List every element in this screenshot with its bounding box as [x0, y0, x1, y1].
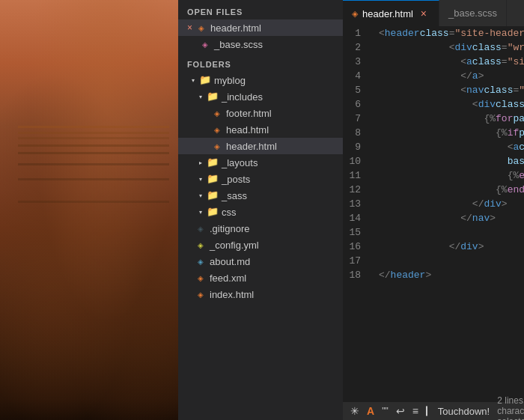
- folders-heading: FOLDERS: [178, 52, 343, 72]
- folder-icon-posts: 📁: [207, 173, 219, 185]
- tab-header-html-label: header.html: [362, 8, 413, 19]
- code-line-14: </nav>: [379, 211, 524, 225]
- folder-includes-label: _includes: [222, 91, 263, 103]
- html-icon-header: ◈: [211, 140, 223, 152]
- ln-17: 17: [343, 254, 367, 268]
- ln-16: 16: [343, 240, 367, 254]
- gitignore-icon: ◈: [195, 222, 207, 234]
- open-files-heading: OPEN FILES: [178, 0, 343, 19]
- xml-icon-feed: ◈: [195, 272, 207, 284]
- folder-icon-css: 📁: [207, 206, 219, 218]
- html-file-icon: ◈: [195, 22, 207, 34]
- html-icon-footer: ◈: [211, 107, 223, 119]
- tab-close-button[interactable]: ×: [418, 7, 430, 19]
- file-index-html[interactable]: ◈ index.html: [178, 286, 343, 302]
- folder-sass-label: _sass: [222, 190, 247, 201]
- html-icon-index: ◈: [195, 288, 207, 300]
- mars-image: [0, 0, 178, 420]
- line-numbers: 1 2 3 4 5 6 7 8 9 10 11 12 13 14 15 16 1…: [343, 26, 373, 401]
- folder-icon-layouts: 📁: [207, 156, 219, 168]
- tab-header-html[interactable]: ◈ header.html ×: [343, 0, 439, 26]
- ln-13: 13: [343, 197, 367, 211]
- file-footer-label: footer.html: [226, 108, 272, 119]
- ln-4: 4: [343, 69, 367, 83]
- folder-arrow-includes: ▾: [195, 91, 207, 103]
- folder-css[interactable]: ▾ 📁 css: [178, 204, 343, 220]
- yml-icon: ◈: [195, 239, 207, 251]
- file-head-html[interactable]: ◈ head.html: [178, 121, 343, 138]
- folder-includes[interactable]: ▾ 📁 _includes: [178, 88, 343, 105]
- file-index-label: index.html: [210, 289, 254, 300]
- open-file-header-html[interactable]: × ◈ header.html: [178, 19, 343, 36]
- quote-icon[interactable]: "": [382, 404, 389, 419]
- file-feed-label: feed.xml: [210, 273, 246, 284]
- ln-7: 7: [343, 112, 367, 126]
- ln-15: 15: [343, 225, 367, 240]
- ln-18: 18: [343, 268, 367, 282]
- folder-arrow-css: ▾: [195, 206, 207, 218]
- tab-html-icon: ◈: [352, 9, 358, 19]
- editor-content: 1 2 3 4 5 6 7 8 9 10 11 12 13 14 15 16 1…: [343, 26, 524, 401]
- ln-12: 12: [343, 183, 367, 197]
- file-header-html[interactable]: ◈ header.html: [178, 138, 343, 154]
- file-feed-xml[interactable]: ◈ feed.xml: [178, 270, 343, 286]
- ln-6: 6: [343, 97, 367, 112]
- folder-layouts[interactable]: ▸ 📁 _layouts: [178, 154, 343, 171]
- open-file-name-scss: _base.scss: [214, 39, 263, 50]
- folder-layouts-label: _layouts: [222, 157, 258, 168]
- wrap-icon[interactable]: ↩: [396, 404, 405, 419]
- ln-1: 1: [343, 26, 367, 40]
- file-head-label: head.html: [226, 124, 269, 136]
- file-header-label: header.html: [226, 141, 277, 152]
- touchdown-text: Touchdown!: [438, 406, 490, 417]
- folder-arrow-sass: ▾: [195, 189, 207, 201]
- folder-arrow-myblog: ▾: [187, 74, 199, 86]
- ln-3: 3: [343, 55, 367, 69]
- close-icon[interactable]: ×: [187, 22, 192, 33]
- file-config-label: _config.yml: [210, 240, 259, 251]
- folder-open-icon-myblog: 📁: [199, 74, 211, 86]
- open-file-base-scss[interactable]: ◈ _base.scss: [178, 36, 343, 52]
- status-text: 2 lines, 22 characters selected: [497, 395, 524, 420]
- asterisk-icon[interactable]: ✳: [350, 404, 359, 419]
- folder-css-label: css: [222, 207, 237, 218]
- folder-posts-label: _posts: [222, 174, 250, 185]
- file-gitignore[interactable]: ◈ .gitignore: [178, 220, 343, 237]
- ln-5: 5: [343, 83, 367, 97]
- scss-file-icon: ◈: [199, 38, 211, 50]
- folder-arrow-posts: ▾: [195, 173, 207, 185]
- menu-icon[interactable]: ≡: [412, 404, 418, 419]
- folder-arrow-layouts: ▸: [195, 156, 207, 168]
- ln-14: 14: [343, 211, 367, 225]
- html-icon-head: ◈: [211, 124, 223, 136]
- font-icon[interactable]: A: [367, 404, 374, 419]
- sidebar: OPEN FILES × ◈ header.html ◈ _base.scss …: [178, 0, 343, 420]
- editor: ◈ header.html × _base.scss 1 2 3 4 5 6 7…: [343, 0, 524, 401]
- file-gitignore-label: .gitignore: [210, 223, 249, 234]
- folder-sass[interactable]: ▾ 📁 _sass: [178, 187, 343, 204]
- code-line-18: </header>: [379, 268, 524, 282]
- box-icon[interactable]: [426, 406, 427, 416]
- open-file-name: header.html: [210, 22, 261, 34]
- ln-8: 8: [343, 126, 367, 140]
- editor-wrapper: ◈ header.html × _base.scss 1 2 3 4 5 6 7…: [343, 0, 524, 420]
- bottom-bar: ✳ A "" ↩ ≡ Touchdown! 2 lines, 22 charac…: [343, 401, 524, 420]
- folder-posts[interactable]: ▾ 📁 _posts: [178, 171, 343, 187]
- code-line-16: </div>: [379, 240, 524, 254]
- folder-myblog-label: myblog: [214, 75, 246, 86]
- folder-myblog[interactable]: ▾ 📁 myblog: [178, 72, 343, 88]
- file-about-label: about.md: [210, 256, 250, 267]
- file-footer-html[interactable]: ◈ footer.html: [178, 105, 343, 121]
- tab-base-scss[interactable]: _base.scss: [439, 0, 507, 26]
- editor-tabs: ◈ header.html × _base.scss: [343, 0, 524, 26]
- ln-10: 10: [343, 154, 367, 168]
- tab-base-scss-label: _base.scss: [448, 7, 497, 19]
- code-area[interactable]: <header class="site-header <div class="w…: [373, 26, 524, 401]
- folder-open-icon-includes: 📁: [207, 91, 219, 103]
- ln-11: 11: [343, 168, 367, 183]
- folder-icon-sass: 📁: [207, 189, 219, 201]
- ln-2: 2: [343, 40, 367, 55]
- file-about-md[interactable]: ◈ about.md: [178, 253, 343, 270]
- file-config-yml[interactable]: ◈ _config.yml: [178, 237, 343, 253]
- ln-9: 9: [343, 140, 367, 154]
